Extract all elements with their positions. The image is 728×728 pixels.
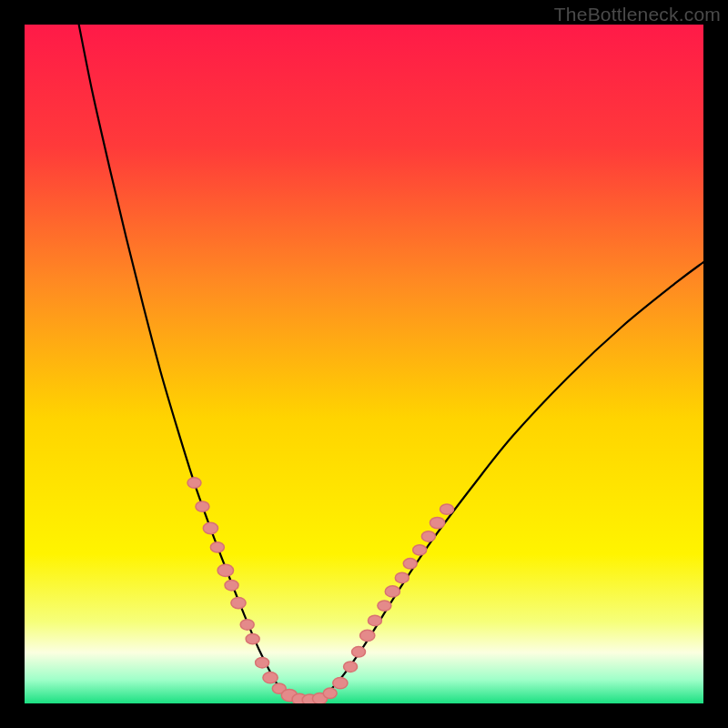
bottleneck-curve-canvas xyxy=(25,25,703,703)
plot-area xyxy=(25,25,703,703)
chart-root: TheBottleneck.com xyxy=(0,0,728,728)
watermark-text: TheBottleneck.com xyxy=(554,4,721,25)
